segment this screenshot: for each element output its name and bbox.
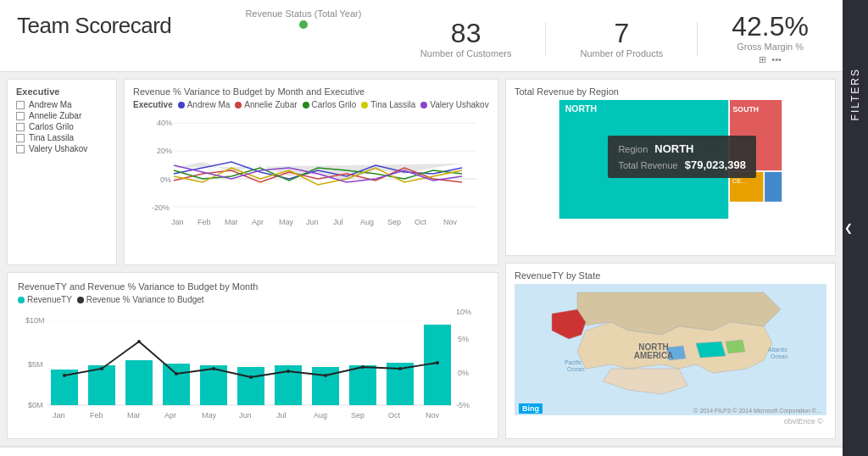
- legend-revenue-ty: RevenueTY: [18, 295, 72, 304]
- legend-carlos: Carlos Grilo: [303, 100, 357, 109]
- exec-checkbox-3[interactable]: [16, 134, 25, 142]
- chart-icon[interactable]: ⊞: [759, 54, 766, 65]
- filters-arrow-icon[interactable]: ❮: [843, 219, 854, 237]
- state-highlight-3: [726, 340, 745, 353]
- y-right-n5: -5%: [456, 401, 470, 409]
- bar-chart-svg: $10M $5M $0M 10% 5% 0% -5%: [18, 308, 487, 426]
- exec-checkbox-1[interactable]: [16, 112, 25, 120]
- andrew-dot: [178, 102, 185, 108]
- margin-value: 42.5%: [732, 13, 809, 40]
- y-label-20: 20%: [157, 147, 172, 155]
- y-label-n20: -20%: [152, 203, 170, 212]
- bar-apr: [163, 364, 190, 405]
- x-oct: Oct: [415, 218, 427, 226]
- y-bar-5m: $5M: [28, 360, 43, 369]
- pacific-label-2: Ocean: [567, 366, 585, 372]
- treemap-north[interactable]: [559, 100, 729, 219]
- bar-x-mar: Mar: [127, 411, 141, 420]
- metric-products: 7 Number of Products: [580, 19, 663, 58]
- legend-revenue-variance: Revenue % Variance to Budget: [77, 295, 204, 304]
- x-mar: Mar: [225, 218, 238, 226]
- bar-sep: [349, 365, 376, 405]
- treemap-card: Total Revenue by Region NORTH SOUTH CE..…: [505, 79, 836, 256]
- line-point-nov: [436, 361, 439, 364]
- north-america-label-2: AMERICA: [634, 351, 674, 360]
- bing-logo: Bing: [519, 403, 542, 414]
- line-point-apr: [175, 372, 178, 375]
- valery-dot: [420, 102, 427, 108]
- status-label: Revenue Status (Total Year): [245, 8, 361, 19]
- bar-x-aug: Aug: [314, 411, 327, 420]
- customers-label: Number of Customers: [420, 48, 512, 58]
- dashboard-body: Executive Andrew Ma Annelie Zubar Carlos…: [0, 72, 843, 446]
- exec-name-0: Andrew Ma: [29, 100, 72, 109]
- treemap-area: NORTH SOUTH CE...: [515, 100, 826, 219]
- filters-sidebar[interactable]: ❮ FILTERS: [843, 0, 868, 456]
- tab-team-scorecard[interactable]: Team Scorecard: [25, 447, 131, 456]
- bar-chart-card: RevenueTY and Revenue % Variance to Budg…: [7, 272, 498, 439]
- treemap-south-label: SOUTH: [733, 105, 760, 114]
- legend-executive-label: Executive: [133, 100, 173, 109]
- line-point-aug: [324, 374, 327, 377]
- andrew-label: Andrew Ma: [187, 100, 231, 109]
- atlantic-label: Atlantic: [768, 347, 787, 353]
- top-charts-row: Executive Andrew Ma Annelie Zubar Carlos…: [7, 79, 498, 265]
- bar-x-jun: Jun: [239, 411, 252, 420]
- bar-chart-legend: RevenueTY Revenue % Variance to Budget: [18, 295, 487, 304]
- exec-name-3: Tina Lassila: [29, 133, 74, 142]
- exec-checkbox-4[interactable]: [16, 145, 25, 153]
- treemap-ce-label: CE...: [732, 177, 747, 185]
- tab-prev-button[interactable]: ▶: [8, 447, 25, 456]
- metrics-section: 83 Number of Customers 7 Number of Produ…: [420, 8, 826, 70]
- map-area: NORTH AMERICA Pacific Ocean Atlantic Oce…: [515, 284, 826, 415]
- exec-item-3[interactable]: Tina Lassila: [16, 133, 108, 142]
- line-point-jul: [287, 370, 290, 373]
- margin-label: Gross Margin %: [732, 42, 809, 52]
- tab-executive-scorecard[interactable]: Executive Scorecard: [269, 447, 389, 456]
- x-jun: Jun: [306, 218, 319, 226]
- revenue-ty-label: RevenueTY: [27, 295, 72, 304]
- map-copyright: © 2014 FILPS © 2014 Microsoft Corporatio…: [693, 408, 822, 414]
- variance-line-chart: 40% 20% 0% -20%: [133, 113, 489, 236]
- revenue-variance-label: Revenue % Variance to Budget: [86, 295, 204, 304]
- treemap-north-label: NORTH: [565, 103, 597, 114]
- metric-divider-2: [697, 22, 698, 56]
- revenue-ty-dot: [18, 297, 25, 303]
- exec-item-0[interactable]: Andrew Ma: [16, 100, 108, 109]
- x-feb: Feb: [198, 218, 211, 226]
- treemap-ce[interactable]: [730, 172, 763, 202]
- bar-jun: [237, 367, 264, 405]
- variance-chart-title: Revenue % Variance to Budget by Month an…: [133, 86, 489, 97]
- metric-customers: 83 Number of Customers: [420, 19, 512, 58]
- treemap-small[interactable]: [765, 172, 782, 202]
- executive-filter-title: Executive: [16, 86, 108, 97]
- exec-checkbox-0[interactable]: [16, 101, 25, 109]
- exec-name-1: Annelie Zubar: [29, 111, 81, 120]
- bing-attribution: Bing: [519, 403, 542, 414]
- annelie-dot: [235, 102, 242, 108]
- y-bar-0m: $0M: [28, 401, 43, 409]
- line-point-may: [212, 367, 215, 370]
- more-icon[interactable]: •••: [771, 54, 782, 65]
- status-section: Revenue Status (Total Year): [186, 8, 420, 29]
- bar-x-apr: Apr: [164, 411, 176, 420]
- line-point-jan: [63, 374, 66, 377]
- exec-item-4[interactable]: Valery Ushakov: [16, 144, 108, 153]
- exec-name-4: Valery Ushakov: [29, 144, 87, 153]
- top-header: Team Scorecard Revenue Status (Total Yea…: [0, 0, 843, 72]
- exec-item-2[interactable]: Carlos Grilo: [16, 122, 108, 131]
- bar-chart-title: RevenueTY and Revenue % Variance to Budg…: [18, 281, 487, 292]
- exec-item-1[interactable]: Annelie Zubar: [16, 111, 108, 120]
- y-label-0: 0%: [160, 175, 171, 184]
- exec-checkbox-2[interactable]: [16, 123, 25, 131]
- legend-valery: Valery Ushakov: [420, 100, 488, 109]
- bar-x-jan: Jan: [53, 411, 65, 420]
- products-label: Number of Products: [580, 48, 663, 58]
- tina-label: Tina Lassila: [370, 100, 415, 109]
- tab-industry-margin[interactable]: Industry Margin Analysis: [131, 447, 269, 456]
- legend-executive: Executive: [133, 100, 173, 109]
- legend-annelie: Annelie Zubar: [235, 100, 297, 109]
- tina-dot: [361, 102, 368, 108]
- metric-margin: 42.5% Gross Margin % ⊞ •••: [732, 13, 809, 65]
- revenue-variance-dot: [77, 297, 84, 303]
